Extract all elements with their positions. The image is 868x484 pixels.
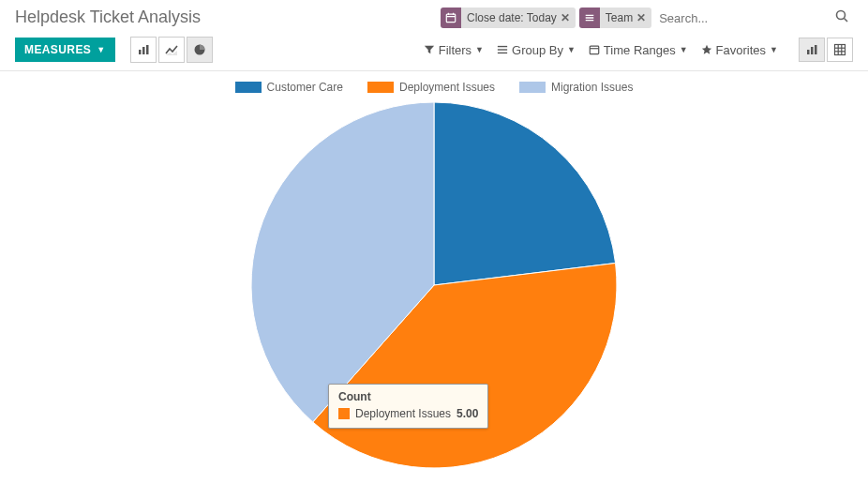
search-facet-team[interactable]: Team ✕	[579, 8, 651, 28]
tooltip-value: 5.00	[456, 407, 478, 420]
legend-item-customer-care[interactable]: Customer Care	[235, 81, 343, 94]
svg-rect-20	[815, 45, 817, 54]
svg-rect-0	[446, 14, 455, 23]
legend-item-migration-issues[interactable]: Migration Issues	[519, 81, 633, 94]
search-bar[interactable]: Close date: Today ✕ Team ✕	[441, 8, 853, 29]
funnel-icon	[424, 44, 435, 55]
svg-rect-18	[807, 50, 810, 54]
legend-item-deployment-issues[interactable]: Deployment Issues	[367, 81, 495, 94]
chart-tooltip: Count Deployment Issues 5.00	[328, 384, 488, 429]
pie-chart-button[interactable]	[187, 37, 213, 63]
list-icon	[497, 44, 508, 55]
calendar-icon	[441, 8, 461, 28]
tooltip-title: Count	[338, 390, 478, 403]
measures-button[interactable]: MEASURES ▼	[15, 38, 115, 62]
search-icon[interactable]	[831, 8, 853, 27]
facet-label: Close date: Today	[467, 11, 557, 24]
caret-down-icon: ▼	[680, 45, 688, 54]
line-chart-button[interactable]	[158, 37, 185, 63]
bar-chart-button[interactable]	[130, 37, 157, 63]
color-swatch	[338, 408, 350, 419]
line-chart-icon	[165, 43, 178, 56]
search-facet-close-date[interactable]: Close date: Today ✕	[441, 8, 576, 28]
svg-rect-21	[835, 45, 846, 55]
caret-down-icon: ▼	[97, 45, 105, 54]
star-icon	[701, 44, 712, 55]
caret-down-icon: ▼	[770, 45, 778, 54]
facet-label: Team	[606, 11, 633, 24]
filters-label: Filters	[439, 43, 471, 57]
groupby-dropdown[interactable]: Group By ▼	[497, 43, 576, 57]
list-icon	[579, 8, 600, 28]
timeranges-dropdown[interactable]: Time Ranges ▼	[589, 43, 688, 57]
svg-rect-19	[811, 47, 814, 54]
pie-chart-icon	[193, 43, 206, 56]
bar-chart-icon	[805, 43, 818, 56]
close-icon[interactable]: ✕	[636, 11, 646, 24]
caret-down-icon: ▼	[475, 45, 484, 54]
tooltip-series-label: Deployment Issues	[355, 407, 451, 420]
color-swatch	[519, 82, 546, 93]
pivot-view-button[interactable]	[827, 38, 853, 62]
filters-dropdown[interactable]: Filters ▼	[424, 43, 484, 57]
measures-label: MEASURES	[24, 43, 91, 56]
graph-view-button[interactable]	[799, 38, 825, 62]
svg-rect-11	[146, 45, 149, 54]
pie-slice[interactable]	[434, 102, 616, 285]
chart-legend: Customer Care Deployment Issues Migratio…	[0, 71, 868, 98]
timeranges-label: Time Ranges	[604, 43, 676, 57]
svg-rect-10	[142, 47, 145, 54]
search-input[interactable]	[655, 9, 827, 27]
color-swatch	[367, 82, 394, 93]
svg-line-8	[845, 19, 848, 23]
close-icon[interactable]: ✕	[561, 11, 570, 24]
svg-point-7	[837, 11, 846, 20]
grid-icon	[833, 43, 846, 56]
caret-down-icon: ▼	[567, 45, 576, 54]
favorites-dropdown[interactable]: Favorites ▼	[701, 43, 778, 57]
page-title: Helpdesk Ticket Analysis	[15, 8, 201, 27]
calendar-icon	[589, 44, 600, 55]
legend-label: Customer Care	[267, 81, 343, 94]
favorites-label: Favorites	[716, 43, 766, 57]
bar-chart-icon	[137, 43, 150, 56]
legend-label: Deployment Issues	[399, 81, 495, 94]
legend-label: Migration Issues	[551, 81, 633, 94]
color-swatch	[235, 82, 262, 93]
svg-rect-16	[590, 46, 598, 54]
svg-rect-9	[139, 50, 142, 54]
groupby-label: Group By	[512, 43, 563, 57]
